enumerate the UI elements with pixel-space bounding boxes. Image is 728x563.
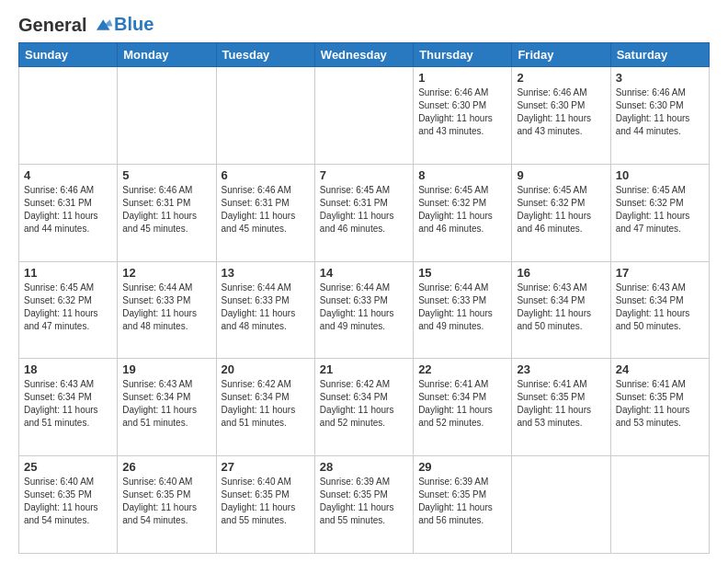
day-info: Sunrise: 6:41 AMSunset: 6:35 PMDaylight:… — [517, 378, 605, 430]
day-number: 18 — [24, 362, 112, 376]
day-info: Sunrise: 6:45 AMSunset: 6:32 PMDaylight:… — [24, 282, 112, 333]
calendar-cell: 22Sunrise: 6:41 AMSunset: 6:34 PMDayligh… — [414, 359, 512, 456]
header: General Blue — [18, 15, 710, 35]
day-number: 11 — [24, 266, 112, 280]
day-info: Sunrise: 6:40 AMSunset: 6:35 PMDaylight:… — [222, 476, 310, 527]
day-info: Sunrise: 6:46 AMSunset: 6:31 PMDaylight:… — [24, 184, 112, 236]
calendar-cell: 5Sunrise: 6:46 AMSunset: 6:31 PMDaylight… — [118, 164, 216, 261]
calendar-week-row: 4Sunrise: 6:46 AMSunset: 6:31 PMDaylight… — [19, 164, 710, 261]
day-number: 25 — [24, 460, 112, 474]
calendar-cell: 17Sunrise: 6:43 AMSunset: 6:34 PMDayligh… — [610, 261, 709, 359]
day-number: 10 — [616, 168, 704, 182]
day-number: 20 — [222, 362, 310, 376]
calendar-cell: 7Sunrise: 6:45 AMSunset: 6:31 PMDaylight… — [314, 164, 413, 261]
day-info: Sunrise: 6:39 AMSunset: 6:35 PMDaylight:… — [418, 476, 506, 527]
calendar-week-row: 18Sunrise: 6:43 AMSunset: 6:34 PMDayligh… — [19, 359, 710, 456]
calendar-cell: 1Sunrise: 6:46 AMSunset: 6:30 PMDaylight… — [414, 67, 512, 165]
calendar-cell: 14Sunrise: 6:44 AMSunset: 6:33 PMDayligh… — [314, 261, 413, 359]
day-number: 13 — [222, 266, 310, 280]
calendar-header-tuesday: Tuesday — [216, 43, 314, 67]
day-number: 5 — [122, 168, 210, 182]
calendar-cell: 21Sunrise: 6:42 AMSunset: 6:34 PMDayligh… — [314, 359, 413, 456]
day-number: 29 — [418, 460, 506, 474]
calendar-cell: 9Sunrise: 6:45 AMSunset: 6:32 PMDaylight… — [512, 164, 610, 261]
calendar-cell: 18Sunrise: 6:43 AMSunset: 6:34 PMDayligh… — [19, 359, 118, 456]
day-number: 2 — [517, 71, 605, 85]
calendar-cell: 3Sunrise: 6:46 AMSunset: 6:30 PMDaylight… — [610, 67, 709, 165]
calendar-cell: 13Sunrise: 6:44 AMSunset: 6:33 PMDayligh… — [216, 261, 314, 359]
calendar-cell: 28Sunrise: 6:39 AMSunset: 6:35 PMDayligh… — [314, 456, 413, 554]
calendar-cell: 6Sunrise: 6:46 AMSunset: 6:31 PMDaylight… — [216, 164, 314, 261]
day-number: 22 — [418, 362, 506, 376]
calendar-cell: 8Sunrise: 6:45 AMSunset: 6:32 PMDaylight… — [414, 164, 512, 261]
logo-icon — [94, 15, 114, 35]
day-info: Sunrise: 6:43 AMSunset: 6:34 PMDaylight:… — [616, 282, 704, 333]
day-number: 14 — [320, 266, 408, 280]
page: General Blue SundayMondayTuesdayWednesda… — [0, 0, 728, 563]
day-number: 1 — [418, 71, 506, 85]
day-number: 27 — [222, 460, 310, 474]
day-info: Sunrise: 6:46 AMSunset: 6:30 PMDaylight:… — [517, 86, 605, 138]
day-number: 23 — [517, 362, 605, 376]
day-info: Sunrise: 6:43 AMSunset: 6:34 PMDaylight:… — [517, 282, 605, 333]
day-number: 6 — [222, 168, 310, 182]
day-number: 15 — [418, 266, 506, 280]
calendar-cell: 15Sunrise: 6:44 AMSunset: 6:33 PMDayligh… — [414, 261, 512, 359]
day-info: Sunrise: 6:45 AMSunset: 6:32 PMDaylight:… — [418, 184, 506, 236]
calendar-cell: 24Sunrise: 6:41 AMSunset: 6:35 PMDayligh… — [610, 359, 709, 456]
calendar-cell — [19, 67, 118, 165]
calendar-week-row: 11Sunrise: 6:45 AMSunset: 6:32 PMDayligh… — [19, 261, 710, 359]
day-info: Sunrise: 6:43 AMSunset: 6:34 PMDaylight:… — [122, 378, 210, 430]
calendar-cell: 4Sunrise: 6:46 AMSunset: 6:31 PMDaylight… — [19, 164, 118, 261]
calendar-cell: 26Sunrise: 6:40 AMSunset: 6:35 PMDayligh… — [118, 456, 216, 554]
day-info: Sunrise: 6:42 AMSunset: 6:34 PMDaylight:… — [320, 378, 408, 430]
day-info: Sunrise: 6:42 AMSunset: 6:34 PMDaylight:… — [222, 378, 310, 430]
calendar-week-row: 1Sunrise: 6:46 AMSunset: 6:30 PMDaylight… — [19, 67, 710, 165]
calendar-cell: 19Sunrise: 6:43 AMSunset: 6:34 PMDayligh… — [118, 359, 216, 456]
day-number: 21 — [320, 362, 408, 376]
calendar-cell: 2Sunrise: 6:46 AMSunset: 6:30 PMDaylight… — [512, 67, 610, 165]
calendar-cell: 10Sunrise: 6:45 AMSunset: 6:32 PMDayligh… — [610, 164, 709, 261]
day-number: 26 — [122, 460, 210, 474]
calendar-cell: 27Sunrise: 6:40 AMSunset: 6:35 PMDayligh… — [216, 456, 314, 554]
calendar-cell: 29Sunrise: 6:39 AMSunset: 6:35 PMDayligh… — [414, 456, 512, 554]
day-number: 17 — [616, 266, 704, 280]
day-number: 12 — [122, 266, 210, 280]
day-info: Sunrise: 6:40 AMSunset: 6:35 PMDaylight:… — [122, 476, 210, 527]
day-info: Sunrise: 6:45 AMSunset: 6:31 PMDaylight:… — [320, 184, 408, 236]
calendar-header-friday: Friday — [512, 43, 610, 67]
day-number: 3 — [616, 71, 704, 85]
calendar-header-saturday: Saturday — [610, 43, 709, 67]
calendar-cell — [216, 67, 314, 165]
day-info: Sunrise: 6:41 AMSunset: 6:34 PMDaylight:… — [418, 378, 506, 430]
day-info: Sunrise: 6:46 AMSunset: 6:31 PMDaylight:… — [122, 184, 210, 236]
calendar-header-wednesday: Wednesday — [314, 43, 413, 67]
day-number: 28 — [320, 460, 408, 474]
day-info: Sunrise: 6:46 AMSunset: 6:30 PMDaylight:… — [418, 86, 506, 138]
calendar-week-row: 25Sunrise: 6:40 AMSunset: 6:35 PMDayligh… — [19, 456, 710, 554]
day-info: Sunrise: 6:44 AMSunset: 6:33 PMDaylight:… — [122, 282, 210, 333]
day-number: 24 — [616, 362, 704, 376]
calendar-cell — [314, 67, 413, 165]
calendar-cell — [118, 67, 216, 165]
calendar-table: SundayMondayTuesdayWednesdayThursdayFrid… — [18, 42, 710, 554]
logo: General Blue — [18, 15, 154, 35]
calendar-cell: 16Sunrise: 6:43 AMSunset: 6:34 PMDayligh… — [512, 261, 610, 359]
day-number: 16 — [517, 266, 605, 280]
calendar-header-monday: Monday — [118, 43, 216, 67]
day-number: 9 — [517, 168, 605, 182]
calendar-cell: 25Sunrise: 6:40 AMSunset: 6:35 PMDayligh… — [19, 456, 118, 554]
day-info: Sunrise: 6:45 AMSunset: 6:32 PMDaylight:… — [616, 184, 704, 236]
day-info: Sunrise: 6:46 AMSunset: 6:30 PMDaylight:… — [616, 86, 704, 138]
day-info: Sunrise: 6:45 AMSunset: 6:32 PMDaylight:… — [517, 184, 605, 236]
day-info: Sunrise: 6:39 AMSunset: 6:35 PMDaylight:… — [320, 476, 408, 527]
calendar-cell: 11Sunrise: 6:45 AMSunset: 6:32 PMDayligh… — [19, 261, 118, 359]
day-info: Sunrise: 6:46 AMSunset: 6:31 PMDaylight:… — [222, 184, 310, 236]
day-info: Sunrise: 6:40 AMSunset: 6:35 PMDaylight:… — [24, 476, 112, 527]
calendar-cell — [512, 456, 610, 554]
day-info: Sunrise: 6:44 AMSunset: 6:33 PMDaylight:… — [418, 282, 506, 333]
day-number: 8 — [418, 168, 506, 182]
day-info: Sunrise: 6:43 AMSunset: 6:34 PMDaylight:… — [24, 378, 112, 430]
day-info: Sunrise: 6:44 AMSunset: 6:33 PMDaylight:… — [222, 282, 310, 333]
day-number: 19 — [122, 362, 210, 376]
